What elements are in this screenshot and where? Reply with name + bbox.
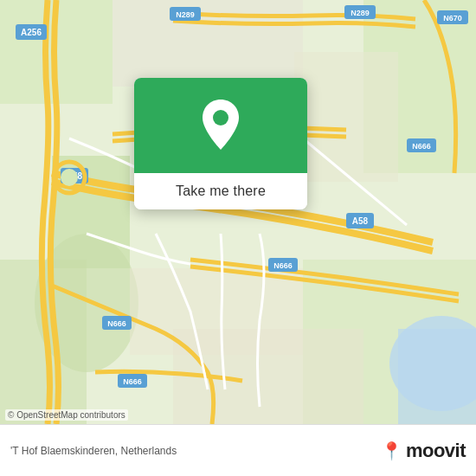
location-popup[interactable]: Take me there: [134, 78, 307, 209]
moovit-logo: moovit: [406, 440, 466, 462]
take-me-there-button[interactable]: Take me there: [176, 183, 266, 199]
popup-header: [134, 78, 307, 173]
map-attribution: © OpenStreetMap contributors: [5, 409, 128, 421]
svg-point-36: [61, 169, 78, 186]
svg-text:N666: N666: [273, 261, 293, 270]
popup-body[interactable]: Take me there: [134, 173, 307, 209]
map-view[interactable]: A256 N289 N289 N670 N669 A58 A58 N666: [0, 0, 476, 424]
svg-text:A58: A58: [352, 216, 369, 226]
svg-text:N289: N289: [351, 9, 370, 17]
svg-point-37: [213, 110, 228, 125]
svg-rect-8: [398, 329, 476, 424]
svg-text:N666: N666: [412, 142, 431, 151]
location-name: 'T Hof Blaemskinderen, Netherlands: [10, 445, 177, 457]
svg-text:N666: N666: [123, 377, 142, 386]
svg-rect-10: [294, 52, 398, 182]
moovit-branding: 📍 moovit: [381, 440, 466, 462]
footer-bar: 'T Hof Blaemskinderen, Netherlands 📍 moo…: [0, 424, 476, 476]
svg-text:A256: A256: [21, 28, 42, 37]
svg-text:N666: N666: [107, 319, 126, 328]
location-pin-icon: [199, 100, 242, 151]
moovit-pin-icon: 📍: [381, 441, 402, 461]
svg-text:N670: N670: [443, 14, 462, 23]
svg-text:N289: N289: [176, 10, 195, 19]
